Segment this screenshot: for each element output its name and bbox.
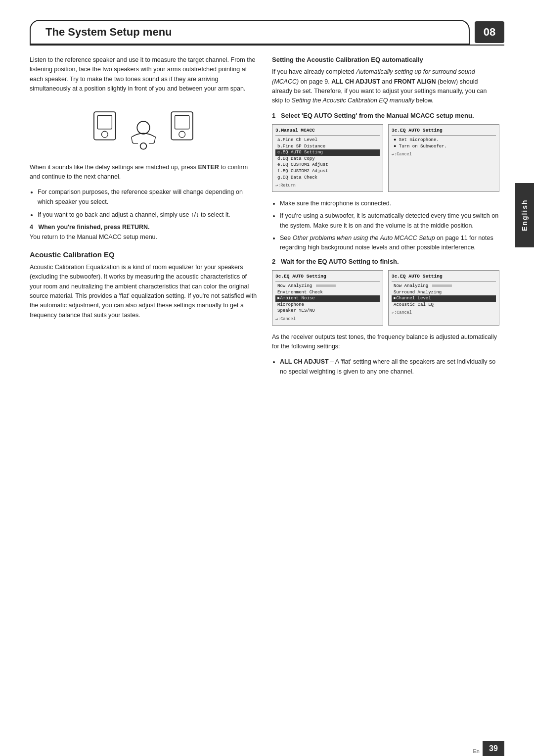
step4-number: 4 [30, 224, 37, 231]
after-step2-text: As the receiver outputs test tones, the … [272, 332, 499, 352]
svg-point-7 [140, 142, 147, 149]
step1-text: Select 'EQ AUTO Setting' from the Manual… [281, 112, 474, 119]
acoustic-heading: Acoustic Calibration EQ [30, 250, 257, 259]
header-underline [30, 45, 504, 46]
header-bar: The System Setup menu 08 [30, 20, 504, 45]
r-bullet-2: If you're using a subwoofer, it is autom… [280, 211, 499, 231]
intro-paragraph: Listen to the reference speaker and use … [30, 55, 257, 94]
r-bullet-3: See Other problems when using the Auto M… [280, 234, 499, 253]
menu-screens-step1: 3.Manual MCACC a.Fine Ch Level b.Fine SP… [272, 124, 499, 192]
screen1-item2: b.Fine SP Distance [275, 143, 380, 150]
after-diagram-text: When it sounds like the delay settings a… [30, 163, 257, 182]
screen3-footer: ↵:Cancel [275, 316, 380, 323]
screen4-analyzing: Now Analyzing [392, 283, 496, 289]
step4-subtext: You return to the Manual MCACC setup men… [30, 233, 257, 242]
screen3-ambient: ►Ambient Noise [275, 295, 380, 302]
screen3-analyzing: Now Analyzing [275, 283, 380, 289]
screen1-item7: g.EQ Data Check [275, 175, 380, 181]
screen1-title: 3.Manual MCACC [275, 127, 380, 136]
screen3-speaker: Speaker YES/NO [275, 308, 380, 314]
menu-screen-manual-mcacc: 3.Manual MCACC a.Fine Ch Level b.Fine SP… [272, 124, 383, 192]
screen4-surround: Surround Analyzing [392, 289, 496, 296]
menu-screen-eq-auto: 3c.EQ AUTO Setting ● Set microphone. ● T… [388, 124, 499, 192]
step2-label: 2 Wait for the EQ AUTO Setting to finish… [272, 258, 499, 265]
screen4-footer: ↵:Cancel [392, 310, 496, 316]
screen3-env: Environment Check [275, 289, 380, 296]
left-column: Listen to the reference speaker and use … [30, 55, 257, 380]
svg-point-5 [179, 131, 185, 138]
svg-rect-4 [175, 115, 189, 129]
screen4-channel: ►Channel Level [392, 295, 496, 302]
svg-point-6 [137, 121, 149, 134]
screen2-item1: ● Set microphone. [392, 137, 496, 143]
step2-number: 2 [272, 258, 279, 265]
screen1-item6: f.EQ CUSTOM2 Adjust [275, 168, 380, 175]
svg-rect-3 [171, 112, 193, 140]
screen1-footer: ↵:Return [275, 183, 380, 189]
setting-body-paragraph: If you have already completed Automatica… [272, 67, 499, 106]
all-ch-adjust-label: ALL CH ADJUST [280, 358, 329, 365]
progress-bar-left [316, 284, 336, 287]
svg-point-2 [101, 131, 108, 138]
page-lang: En [473, 748, 480, 754]
page-title: The System Setup menu [30, 20, 470, 45]
screen2-title: 3c.EQ AUTO Setting [392, 127, 496, 136]
english-sidebar-label: English [515, 183, 534, 247]
menu-screens-step2: 3c.EQ AUTO Setting Now Analyzing Environ… [272, 270, 499, 326]
step2-text: Wait for the EQ AUTO Setting to finish. [281, 258, 399, 265]
speaker-diagram [30, 103, 257, 154]
step1-label: 1 Select 'EQ AUTO Setting' from the Manu… [272, 112, 499, 119]
page-wrapper: The System Setup menu 08 English Listen … [0, 20, 534, 756]
step1-number: 1 [272, 112, 279, 119]
right-column: Setting the Acoustic Calibration EQ auto… [272, 55, 499, 380]
svg-rect-0 [94, 112, 116, 140]
title-text: The System Setup menu [45, 26, 172, 38]
setting-heading: Setting the Acoustic Calibration EQ auto… [272, 55, 499, 64]
page-number: 39 [483, 741, 504, 756]
right-bullets-step1: Make sure the microphone is connected. I… [280, 199, 499, 253]
menu-screen-analyzing-right: 3c.EQ AUTO Setting Now Analyzing Surroun… [388, 270, 499, 326]
r-bullet-1: Make sure the microphone is connected. [280, 199, 499, 208]
acoustic-body: Acoustic Calibration Equalization is a k… [30, 263, 257, 320]
left-bullets: For comparison purposes, the reference s… [38, 188, 257, 220]
chapter-number: 08 [475, 21, 504, 43]
screen1-item3: c.EQ AUTO Setting [275, 149, 380, 156]
step4-label: 4 When you're finished, press RETURN. [30, 224, 257, 231]
final-bullet-1: ALL CH ADJUST – A 'flat' setting where a… [280, 357, 499, 377]
screen3-title: 3c.EQ AUTO Setting [275, 273, 380, 282]
bullet-2: If you want to go back and adjust a chan… [38, 210, 257, 220]
screen3-mic: Microphone [275, 302, 380, 308]
final-bullets: ALL CH ADJUST – A 'flat' setting where a… [280, 357, 499, 377]
bullet-1: For comparison purposes, the reference s… [38, 188, 257, 207]
content-area: Listen to the reference speaker and use … [30, 55, 504, 380]
screen4-title: 3c.EQ AUTO Setting [392, 273, 496, 282]
step4-text: When you're finished, press RETURN. [38, 224, 149, 231]
screen2-footer: ↵:Cancel [392, 151, 496, 158]
screen1-item1: a.Fine Ch Level [275, 137, 380, 143]
menu-screen-analyzing-left: 3c.EQ AUTO Setting Now Analyzing Environ… [272, 270, 383, 326]
screen2-item2: ● Turn on Subwoofer. [392, 143, 496, 150]
svg-rect-1 [97, 115, 112, 129]
progress-bar-right [432, 284, 452, 287]
screen1-item4: d.EQ Data Copy [275, 156, 380, 162]
speaker-svg [89, 103, 198, 152]
screen1-item5: e.EQ CUSTOM1 Adjust [275, 162, 380, 168]
screen4-acoustic: Acoustic Cal EQ [392, 302, 496, 308]
